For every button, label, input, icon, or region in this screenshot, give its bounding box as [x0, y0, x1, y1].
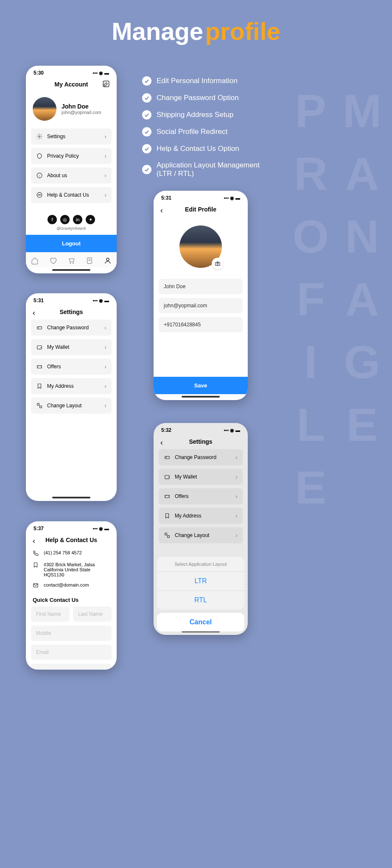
- chevron-right-icon: ›: [235, 493, 238, 500]
- home-indicator: [182, 396, 220, 398]
- feature-item: Shipping Address Setup: [142, 110, 275, 120]
- svg-point-9: [70, 263, 71, 264]
- account-menu: Settings› Privacy Policy› About us› Help…: [26, 128, 117, 206]
- phone-edit-profile: 5:31•••◉▬ ‹Edit Profile John Doe john@yo…: [154, 191, 248, 400]
- back-icon[interactable]: ‹: [33, 537, 35, 545]
- feature-item: Edit Personal Information: [142, 76, 275, 86]
- svg-point-8: [40, 195, 41, 195]
- phone-my-account: 5:30•••◉▬ My Account John Doe john@yopma…: [26, 66, 117, 273]
- ticket-icon: [36, 363, 43, 370]
- mobile-input[interactable]: Mobile: [31, 626, 112, 641]
- chevron-right-icon: ›: [235, 454, 238, 461]
- layout-icon: [164, 532, 171, 539]
- nav-heart-icon[interactable]: [49, 256, 57, 265]
- status-bar: 5:32•••◉▬: [154, 423, 248, 436]
- menu-settings[interactable]: Settings›: [31, 128, 112, 145]
- nav-cart-icon[interactable]: [67, 256, 76, 265]
- bookmark-icon: [36, 383, 43, 389]
- menu-offers[interactable]: Offers›: [31, 359, 112, 375]
- linkedin-icon[interactable]: in: [73, 215, 82, 224]
- menu-wallet[interactable]: My Wallet›: [31, 339, 112, 355]
- chevron-right-icon: ›: [104, 383, 106, 389]
- feature-list: Edit Personal Information Change Passwor…: [142, 76, 275, 186]
- menu-layout[interactable]: Change Layout›: [31, 398, 112, 414]
- menu-offers[interactable]: Offers›: [159, 488, 243, 504]
- svg-rect-19: [40, 406, 42, 408]
- key-icon: [36, 324, 43, 331]
- twitter-icon[interactable]: ✦: [86, 215, 95, 224]
- screen-title: ‹Edit Profile: [154, 203, 248, 217]
- svg-point-22: [217, 263, 218, 265]
- camera-icon[interactable]: [212, 258, 224, 270]
- email-input[interactable]: Email: [31, 645, 112, 660]
- svg-point-14: [106, 258, 109, 261]
- menu-address[interactable]: My Address›: [31, 378, 112, 394]
- svg-point-16: [38, 328, 39, 328]
- avatar[interactable]: [33, 97, 56, 121]
- key-icon: [164, 454, 171, 461]
- svg-point-6: [38, 195, 39, 195]
- chevron-right-icon: ›: [104, 133, 106, 140]
- back-icon[interactable]: ‹: [33, 309, 35, 317]
- save-button[interactable]: Save: [154, 377, 248, 394]
- ticket-icon: [164, 493, 171, 500]
- phone-contact: 5:37•••◉▬ ‹Help & Contact Us (41) 254 75…: [26, 521, 117, 670]
- chevron-right-icon: ›: [235, 532, 238, 539]
- wallet-icon: [164, 473, 171, 480]
- back-icon[interactable]: ‹: [160, 206, 163, 215]
- status-bar: 5:37•••◉▬: [26, 521, 117, 534]
- avatar[interactable]: [179, 225, 222, 268]
- svg-rect-15: [37, 327, 42, 329]
- sheet-option-ltr[interactable]: LTR: [157, 572, 244, 591]
- gear-icon: [36, 133, 43, 140]
- check-icon: [142, 76, 151, 86]
- chevron-right-icon: ›: [235, 512, 238, 519]
- check-icon: [142, 165, 151, 174]
- contact-email: contact@domain.com: [26, 580, 117, 592]
- chevron-right-icon: ›: [104, 324, 106, 331]
- phone-icon: [33, 550, 39, 557]
- contact-phone: (41) 254 758 4572: [26, 548, 117, 559]
- edit-icon[interactable]: [102, 80, 110, 89]
- nav-profile-icon[interactable]: [104, 256, 112, 265]
- menu-change-password[interactable]: Change Password›: [159, 449, 243, 465]
- facebook-icon[interactable]: f: [48, 215, 57, 224]
- first-name-input[interactable]: First Name: [31, 606, 70, 622]
- screen-title: ‹Help & Contact Us: [26, 534, 117, 548]
- phone-input[interactable]: +917016428845: [159, 317, 243, 332]
- menu-change-password[interactable]: Change Password›: [31, 320, 112, 336]
- quick-contact-heading: Quick Contact Us: [26, 592, 117, 606]
- last-name-input[interactable]: Last Name: [73, 606, 112, 622]
- sheet-option-rtl[interactable]: RTL: [157, 591, 244, 609]
- svg-point-24: [166, 457, 166, 458]
- menu-layout[interactable]: Change Layout›: [159, 527, 243, 543]
- menu-wallet[interactable]: My Wallet›: [159, 469, 243, 485]
- email-input[interactable]: john@yopmail.com: [159, 298, 243, 313]
- back-icon[interactable]: ‹: [160, 438, 163, 447]
- screen-title: My Account: [26, 78, 117, 92]
- profile-header: John Doe john@yopmail.com: [26, 92, 117, 128]
- wallet-icon: [36, 344, 43, 351]
- nav-home-icon[interactable]: [31, 256, 39, 265]
- name-input[interactable]: John Doe: [159, 279, 243, 294]
- home-indicator: [52, 497, 90, 498]
- instagram-icon[interactable]: ◎: [60, 215, 70, 224]
- hero-word1: Manage: [112, 17, 203, 45]
- menu-help[interactable]: Help & Contact Us›: [31, 187, 112, 203]
- nav-orders-icon[interactable]: [85, 256, 94, 265]
- chevron-right-icon: ›: [104, 192, 106, 198]
- menu-address[interactable]: My Address›: [159, 508, 243, 524]
- feature-item: Help & Contact Us Option: [142, 144, 275, 153]
- status-bar: 5:31•••◉▬: [26, 293, 117, 306]
- sheet-cancel-button[interactable]: Cancel: [157, 613, 244, 632]
- menu-privacy[interactable]: Privacy Policy›: [31, 148, 112, 164]
- subject-input[interactable]: Subject: [31, 664, 112, 670]
- logout-button[interactable]: Logout: [26, 235, 117, 252]
- profile-name: John Doe: [62, 103, 101, 110]
- svg-rect-27: [168, 536, 170, 538]
- bottom-nav: [26, 252, 117, 267]
- phone-settings: 5:31•••◉▬ ‹Settings Change Password› My …: [26, 293, 117, 501]
- chevron-right-icon: ›: [104, 344, 106, 351]
- check-icon: [142, 144, 151, 153]
- menu-about[interactable]: About us›: [31, 167, 112, 184]
